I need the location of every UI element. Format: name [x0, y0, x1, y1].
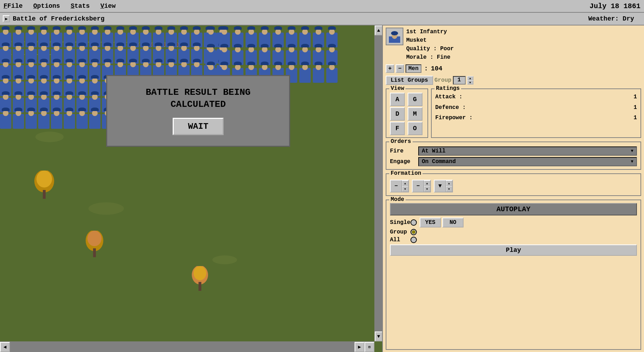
view-cell-o[interactable]: O [408, 122, 422, 135]
formation-section-label: Formation [389, 170, 422, 177]
options-menu[interactable]: Options [33, 2, 60, 10]
mode-section: Mode AUTOPLAY Single YES NO Group All [386, 200, 641, 350]
group-radio[interactable] [410, 229, 417, 235]
soldier [89, 114, 100, 129]
view-cell-m[interactable]: M [408, 107, 422, 121]
soldier [299, 68, 311, 83]
unit-weapon: Musket [406, 36, 641, 45]
view-ratings-section: View A G D M F O Ratings Attack : 1 [386, 88, 641, 138]
formation-up-2[interactable]: ▲ [424, 180, 430, 186]
svg-rect-8 [199, 282, 201, 291]
single-mode-row: Single YES NO [390, 218, 637, 227]
firepower-value: 1 [633, 114, 637, 123]
view-section: View A G D M F O [386, 88, 428, 138]
soldier [25, 114, 37, 129]
view-grid: A G D M F O [390, 93, 424, 135]
wait-button[interactable]: WAIT [173, 118, 224, 135]
formation-spinner-3: ▲ ▼ [446, 180, 452, 192]
all-label: All [390, 237, 408, 243]
all-mode-row: All [390, 237, 637, 243]
unit-morale: Morale : Fine [406, 53, 641, 62]
single-yes-button[interactable]: YES [420, 218, 441, 227]
grid-view-button[interactable]: ⊞ [364, 342, 374, 352]
svg-point-1 [36, 171, 52, 187]
group-down-button[interactable]: ▼ [467, 80, 473, 85]
svg-rect-5 [93, 248, 96, 257]
date-display: July 18 1861 [590, 2, 640, 10]
formation-down-arrow[interactable]: ▼ [435, 180, 446, 192]
single-label: Single [390, 219, 408, 226]
men-plus-button[interactable]: + [386, 64, 394, 73]
attack-label: Attack : [435, 93, 462, 102]
scroll-up-arrow[interactable]: ▲ [375, 25, 382, 35]
vertical-scrollbar: ▲ ▼ [374, 25, 382, 341]
formation-spinner-2: ▲ ▼ [424, 180, 430, 192]
unit-info: 1st Infantry Musket Quality : Poor Moral… [386, 28, 641, 62]
formation-section: Formation − ▲ ▼ − ▲ ▼ ▼ [386, 173, 641, 196]
men-minus-button[interactable]: − [396, 64, 404, 73]
all-radio[interactable] [410, 237, 417, 243]
main-content: 🪖🪖🪖🪖🪖🪖🪖🪖🪖🪖🪖🪖🪖🪖🪖🪖🪖🪖 [0, 25, 644, 352]
scroll-right-arrow[interactable]: ▶ [355, 342, 364, 352]
groups-row: List Groups Group 1 ▲ ▼ [386, 76, 641, 85]
group-value[interactable]: 1 [453, 76, 466, 85]
title-arrow-btn[interactable]: ▶ [3, 15, 10, 22]
stats-menu[interactable]: Stats [71, 2, 90, 10]
autoplay-button[interactable]: AUTOPLAY [390, 203, 637, 215]
view-menu[interactable]: View [100, 2, 116, 10]
view-cell-g[interactable]: G [408, 93, 422, 106]
engage-dropdown-arrow: ▼ [631, 159, 633, 164]
list-groups-button[interactable]: List Groups [386, 76, 433, 85]
group-up-button[interactable]: ▲ [467, 76, 473, 80]
fire-label: Fire [390, 148, 415, 154]
fire-select[interactable]: At Will ▼ [418, 146, 637, 156]
engage-select[interactable]: On Command ▼ [418, 157, 637, 166]
soldier [0, 114, 11, 129]
engage-value: On Command [422, 158, 456, 165]
formation-minus-2[interactable]: − [413, 180, 424, 192]
scroll-down-arrow[interactable]: ▼ [375, 331, 382, 341]
formation-up-3[interactable]: ▲ [446, 180, 452, 186]
single-radio[interactable] [410, 219, 417, 226]
title-bar: ▶ Battle of Fredericksberg Weather: Dry [0, 13, 644, 25]
horizontal-scrollbar: ◀ ▶ ⊞ [0, 341, 374, 352]
ratings-section-label: Ratings [435, 85, 461, 92]
formation-up-1[interactable]: ▲ [402, 180, 408, 186]
dialog-title: BATTLE RESULT BEINGCALCULATED [121, 87, 275, 111]
ground-patch [88, 202, 124, 215]
unit-details: 1st Infantry Musket Quality : Poor Moral… [406, 28, 641, 62]
formation-down-2[interactable]: ▼ [424, 186, 430, 192]
scroll-left-arrow[interactable]: ◀ [0, 342, 10, 352]
file-menu[interactable]: FFile [4, 2, 23, 10]
orders-section-label: Orders [389, 138, 413, 145]
ground-patch [212, 255, 237, 264]
game-map[interactable]: 🪖🪖🪖🪖🪖🪖🪖🪖🪖🪖🪖🪖🪖🪖🪖🪖🪖🪖 [0, 25, 382, 352]
firepower-label: Firepower : [435, 114, 473, 123]
firepower-row: Firepower : 1 [435, 114, 637, 123]
group-spinner: ▲ ▼ [467, 76, 473, 85]
ratings-section: Ratings Attack : 1 Defence : 1 Firepower… [431, 88, 641, 138]
unit-quality: Quality : Poor [406, 45, 641, 53]
men-row: + − Men : 104 [386, 64, 641, 73]
play-button[interactable]: Play [390, 244, 637, 256]
engage-label: Engage [390, 158, 415, 165]
formation-controls: − ▲ ▼ − ▲ ▼ ▼ ▲ ▼ [390, 180, 637, 192]
formation-minus-1[interactable]: − [391, 180, 402, 192]
formation-spinner-1: ▲ ▼ [402, 180, 408, 192]
view-cell-f[interactable]: F [390, 122, 405, 135]
single-no-button[interactable]: NO [442, 218, 464, 227]
formation-down-1[interactable]: ▼ [402, 186, 408, 192]
ground-patch [35, 132, 64, 142]
defence-label: Defence : [435, 103, 466, 112]
engage-order-row: Engage On Command ▼ [390, 157, 637, 166]
fire-value: At Will [422, 148, 445, 154]
soldier [51, 114, 62, 129]
view-cell-d[interactable]: D [390, 107, 405, 121]
single-yes-no: YES NO [420, 218, 464, 227]
soldier [326, 68, 338, 83]
svg-point-7 [194, 266, 206, 280]
menu-bar: FFile Options Stats View July 18 1861 [0, 0, 644, 13]
formation-down-3[interactable]: ▼ [446, 186, 452, 192]
unit-name: 1st Infantry [406, 28, 641, 36]
view-cell-a[interactable]: A [390, 93, 405, 106]
